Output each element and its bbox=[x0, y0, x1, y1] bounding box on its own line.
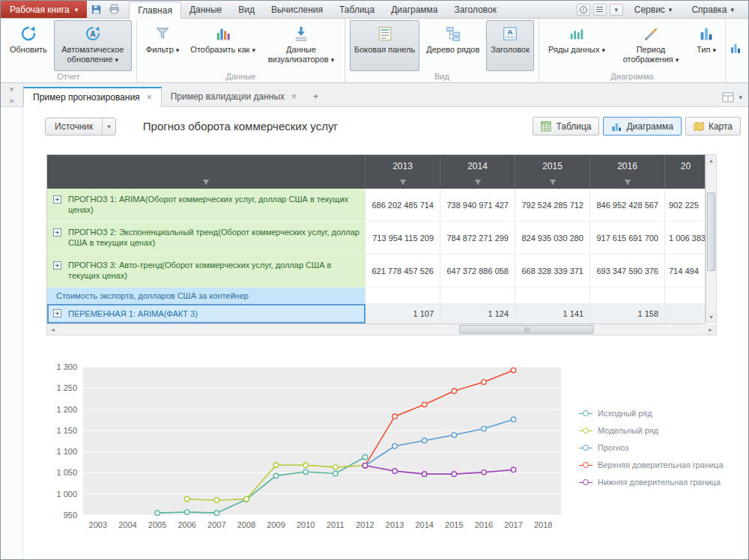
sidebar-collapsed-controls: × » bbox=[1, 83, 23, 106]
display-as-button[interactable]: Отобразить как ▾ bbox=[186, 20, 260, 71]
chevron-down-icon: ▾ bbox=[730, 6, 734, 13]
auto-refresh-icon: A bbox=[84, 24, 102, 43]
save-icon[interactable] bbox=[87, 1, 105, 18]
auto-refresh-button[interactable]: A Автоматическое обновление ▾ bbox=[54, 20, 132, 71]
filter-funnel-icon[interactable] bbox=[398, 179, 407, 186]
vertical-scroll-track[interactable] bbox=[706, 165, 716, 311]
expand-plus-icon[interactable] bbox=[53, 309, 61, 317]
side-panel-button[interactable]: Боковая панель bbox=[350, 20, 419, 71]
menu-item-help[interactable]: Справка▾ bbox=[683, 1, 742, 18]
legend-marker-icon bbox=[579, 479, 592, 486]
sheet-toolbar: Источник ▾ Прогноз оборота коммерческих … bbox=[45, 117, 741, 136]
menu-item-data[interactable]: Данные bbox=[181, 1, 230, 18]
filter-icon bbox=[154, 24, 171, 43]
menu-item-view[interactable]: Вид bbox=[230, 1, 263, 18]
filter-funnel-icon[interactable] bbox=[473, 179, 482, 186]
table-cell: 713 954 115 209 bbox=[366, 222, 440, 255]
list-icon[interactable] bbox=[593, 4, 607, 16]
ribbon-group-data: Фильтр ▾ Отобразить как ▾ Данные визуали… bbox=[137, 19, 345, 82]
horizontal-scroll-thumb[interactable] bbox=[459, 325, 594, 334]
titlebar: Рабочая книга ▾ Главная Данные Вид Вычис… bbox=[1, 1, 748, 19]
close-icon[interactable]: × bbox=[147, 93, 152, 102]
tab-validation-example[interactable]: Пример валидации данных × bbox=[162, 86, 306, 106]
menu-item-calculations[interactable]: Вычисления bbox=[263, 1, 331, 18]
new-tab-button[interactable]: + bbox=[306, 86, 326, 106]
table-cell bbox=[590, 287, 665, 304]
view-button-table[interactable]: Таблица bbox=[533, 117, 599, 136]
chart-launcher-icon[interactable] bbox=[729, 41, 742, 55]
row-label-forecast-3[interactable]: ПРОГНОЗ 3: Авто-тренд(Оборот коммерчески… bbox=[47, 255, 366, 287]
table-cell: 693 347 590 376 bbox=[590, 255, 665, 287]
row-label-forecast-1[interactable]: ПРОГНОЗ 1: ARIMA(Оборот коммерческих усл… bbox=[47, 189, 366, 222]
table-icon bbox=[541, 121, 551, 132]
menu-item-chart[interactable]: Диаграмма bbox=[383, 1, 446, 18]
menu-item-service[interactable]: Сервис▾ bbox=[626, 1, 681, 18]
table-cell-clipped: 902 225 bbox=[665, 189, 706, 222]
close-icon[interactable]: × bbox=[6, 85, 18, 94]
filter-funnel-icon[interactable] bbox=[548, 179, 557, 186]
menu-item-header[interactable]: Заголовок bbox=[446, 1, 505, 18]
display-period-button[interactable]: Период отображения ▾ bbox=[612, 20, 690, 71]
table-cell: 917 615 691 700 bbox=[590, 222, 665, 255]
info-icon[interactable]: i bbox=[577, 4, 590, 16]
workbook-menu-button[interactable]: Рабочая книга ▾ bbox=[1, 1, 87, 18]
filter-funnel-icon[interactable] bbox=[623, 179, 631, 186]
expand-plus-icon[interactable] bbox=[53, 228, 61, 237]
table-cell: 1 107 bbox=[366, 304, 440, 323]
table-cell: 784 872 271 299 bbox=[440, 222, 515, 255]
column-header-2014: 2014 bbox=[440, 155, 515, 189]
dropdown-caret-icon[interactable]: ▾ bbox=[610, 4, 623, 16]
scroll-left-icon[interactable]: ◄ bbox=[47, 324, 58, 335]
expand-sidebar-icon[interactable]: » bbox=[6, 96, 18, 106]
table-cell: 1 124 bbox=[440, 304, 515, 323]
menu-item-home[interactable]: Главная bbox=[129, 1, 181, 19]
legend-item-upper-bound[interactable]: Верхняя доверительная граница bbox=[579, 460, 724, 469]
svg-text:2016: 2016 bbox=[475, 520, 493, 529]
visualizer-data-button[interactable]: Данные визуализаторов ▾ bbox=[262, 20, 340, 71]
table-horizontal-scrollbar[interactable]: ◄ ► bbox=[46, 324, 717, 335]
header-button[interactable]: A Заголовок bbox=[486, 20, 534, 71]
table-vertical-scrollbar[interactable]: ▲ ▼ bbox=[706, 154, 717, 323]
row-label-export-cost[interactable]: Стоимость экспорта, долларов США за конт… bbox=[47, 287, 366, 304]
chart-legend: Исходный ряд Модельный ряд Прогноз Верхн… bbox=[579, 409, 724, 487]
tab-forecast-example[interactable]: Пример прогнозирования × bbox=[23, 87, 162, 107]
view-button-map[interactable]: Карта bbox=[685, 117, 741, 136]
scroll-down-icon[interactable]: ▼ bbox=[706, 311, 716, 322]
table-cell: 621 778 457 526 bbox=[366, 255, 440, 287]
svg-text:2003: 2003 bbox=[89, 520, 107, 529]
chart-type-button[interactable]: Тип ▾ bbox=[692, 20, 721, 71]
sheet-layout-icon[interactable] bbox=[722, 92, 734, 103]
row-label-variable-1[interactable]: ПЕРЕМЕННАЯ 1: ARIMA(ФАКТ 3) bbox=[47, 304, 366, 323]
legend-item-lower-bound[interactable]: Нижняя доверительная граница bbox=[579, 478, 724, 487]
expand-plus-icon[interactable] bbox=[53, 261, 61, 270]
svg-text:2014: 2014 bbox=[415, 520, 433, 529]
table-cell: 824 935 030 280 bbox=[515, 222, 590, 255]
view-button-chart[interactable]: Диаграмма bbox=[603, 117, 681, 136]
close-icon[interactable]: × bbox=[291, 92, 297, 101]
legend-item-original[interactable]: Исходный ряд bbox=[579, 409, 724, 418]
titlebar-right-controls: i ▾ Сервис▾ Справка▾ bbox=[577, 1, 748, 18]
print-icon[interactable] bbox=[105, 1, 123, 18]
legend-item-forecast[interactable]: Прогноз bbox=[579, 443, 724, 452]
collapsed-side-panel[interactable] bbox=[1, 107, 23, 559]
legend-item-model[interactable]: Модельный ряд bbox=[579, 426, 724, 435]
svg-text:2010: 2010 bbox=[297, 520, 315, 529]
scroll-up-icon[interactable]: ▲ bbox=[706, 155, 716, 165]
series-tree-button[interactable]: Дерево рядов bbox=[422, 20, 484, 71]
chevron-down-icon: ▾ bbox=[102, 118, 115, 135]
chevron-down-icon[interactable]: ▾ bbox=[739, 94, 742, 101]
workbook-menu-label: Рабочая книга bbox=[10, 4, 70, 15]
svg-text:1 050: 1 050 bbox=[56, 468, 77, 477]
filter-button[interactable]: Фильтр ▾ bbox=[142, 20, 184, 71]
row-label-forecast-2[interactable]: ПРОГНОЗ 2: Экспоненциальный тренд(Оборот… bbox=[47, 222, 366, 255]
expand-plus-icon[interactable] bbox=[53, 195, 61, 204]
horizontal-scroll-track[interactable] bbox=[58, 324, 705, 335]
source-button[interactable]: Источник ▾ bbox=[45, 118, 116, 136]
filter-funnel-icon[interactable] bbox=[202, 179, 210, 186]
data-series-button[interactable]: Ряды данных ▾ bbox=[544, 20, 610, 71]
refresh-button[interactable]: Обновить bbox=[5, 20, 52, 71]
scroll-right-icon[interactable]: ► bbox=[705, 324, 716, 335]
vertical-scroll-thumb[interactable] bbox=[707, 192, 715, 271]
menu-item-table[interactable]: Таблица bbox=[331, 1, 383, 18]
chart-icon bbox=[611, 121, 622, 132]
